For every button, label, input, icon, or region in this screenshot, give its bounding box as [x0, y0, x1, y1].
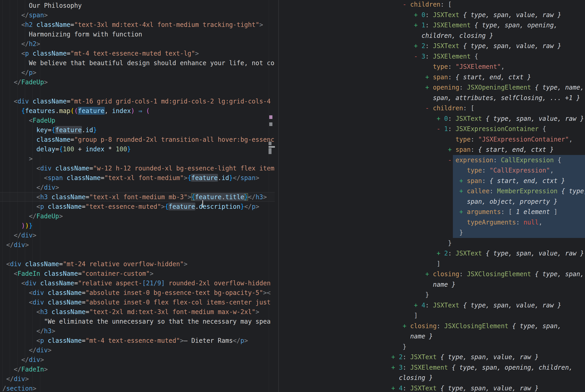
- ast-row[interactable]: + callee: MemberExpression { type,: [391, 186, 585, 196]
- ast-row[interactable]: span, attributes, selfClosing, ... +1 }: [391, 93, 585, 103]
- expand-toggle-icon[interactable]: +: [403, 322, 407, 330]
- expand-toggle-icon[interactable]: +: [459, 177, 463, 184]
- collapse-toggle-icon[interactable]: -: [437, 125, 441, 132]
- expand-toggle-icon[interactable]: +: [391, 364, 395, 371]
- ast-row[interactable]: + arguments: [ 1 element ]: [391, 207, 585, 217]
- code-line[interactable]: >: [0, 154, 275, 164]
- ast-row[interactable]: ]: [391, 310, 585, 321]
- code-line[interactable]: </p>: [0, 68, 275, 77]
- code-line[interactable]: <div className="w-12 h-12 rounded-xl bg-…: [0, 164, 275, 173]
- expand-toggle-icon[interactable]: +: [459, 208, 463, 215]
- code-line[interactable]: </div>: [0, 345, 275, 355]
- code-line[interactable]: We believe that beautiful design should …: [0, 58, 275, 68]
- code-line[interactable]: [0, 250, 275, 259]
- code-line[interactable]: <div className="relative aspect-[21/9] r…: [0, 278, 275, 288]
- expand-toggle-icon[interactable]: +: [391, 353, 395, 360]
- ast-row[interactable]: }: [391, 342, 585, 352]
- ast-row[interactable]: + 0: JSXText { type, span, value, raw }: [391, 114, 585, 124]
- expand-toggle-icon[interactable]: +: [425, 270, 429, 278]
- expand-toggle-icon[interactable]: +: [459, 187, 463, 195]
- ast-row[interactable]: }: [391, 228, 585, 238]
- expand-toggle-icon[interactable]: +: [437, 250, 441, 257]
- code-editor-pane[interactable]: Our Philosophy </span> <h2 className="te…: [0, 0, 275, 392]
- ast-row[interactable]: + 1: JSXElement { type, span, opening,: [391, 20, 585, 30]
- code-line[interactable]: </div>: [0, 182, 275, 192]
- collapse-toggle-icon[interactable]: -: [448, 156, 452, 164]
- ast-row[interactable]: + 2: JSXText { type, span, value, raw }: [391, 248, 585, 259]
- panel-divider-sash[interactable]: [278, 0, 279, 392]
- ast-row[interactable]: + span: { start, end, ctxt }: [391, 72, 585, 82]
- collapse-toggle-icon[interactable]: -: [403, 1, 407, 8]
- ast-row[interactable]: + span: { start, end, ctxt }: [391, 144, 585, 155]
- ast-row[interactable]: closing }: [391, 373, 585, 383]
- expand-toggle-icon[interactable]: +: [414, 42, 418, 50]
- ast-row[interactable]: + opening: JSXOpeningElement { type, nam…: [391, 82, 585, 93]
- code-line[interactable]: className="group p-8 rounded-2xl transit…: [0, 135, 275, 144]
- ast-row[interactable]: }: [391, 290, 585, 300]
- ast-row[interactable]: type: "JSXExpressionContainer",: [391, 134, 585, 145]
- expand-toggle-icon[interactable]: +: [425, 74, 429, 81]
- ast-row[interactable]: + span: { start, end, ctxt }: [391, 176, 585, 186]
- ast-row[interactable]: name }: [391, 280, 585, 290]
- ast-row[interactable]: + 4: JSXText { type, span, value, raw }: [391, 383, 585, 392]
- code-line[interactable]: <p className="text-essence-muted">{featu…: [0, 202, 275, 211]
- ast-tree-pane[interactable]: - children: [ + 0: JSXText { type, span,…: [279, 0, 585, 392]
- ast-row[interactable]: - 3: JSXElement {: [391, 51, 585, 62]
- ast-row[interactable]: + 2: JSXText { type, span, value, raw }: [391, 352, 585, 362]
- code-line[interactable]: Our Philosophy: [0, 1, 275, 10]
- ast-row[interactable]: - children: [: [391, 103, 585, 114]
- code-line[interactable]: </h3>: [0, 326, 275, 336]
- ast-row[interactable]: type: "JSXElement",: [391, 62, 585, 72]
- ast-row[interactable]: - children: [: [391, 0, 585, 10]
- expand-toggle-icon[interactable]: +: [448, 146, 452, 153]
- code-line[interactable]: Harmonizing form with function: [0, 30, 275, 39]
- code-line[interactable]: <FadeIn className="container-custom">: [0, 269, 275, 278]
- ast-row[interactable]: - 1: JSXExpressionContainer {: [391, 124, 585, 134]
- code-line[interactable]: </div>: [0, 355, 275, 364]
- ast-row[interactable]: ]: [391, 259, 585, 269]
- ast-row[interactable]: + 4: JSXText { type, span, value, raw }: [391, 300, 585, 311]
- code-line[interactable]: </FadeUp>: [0, 211, 275, 221]
- code-line[interactable]: </div>: [0, 230, 275, 240]
- code-line[interactable]: <p className="mt-4 text-essence-muted te…: [0, 48, 275, 58]
- code-line[interactable]: <div className="absolute inset-0 flex fl…: [0, 298, 275, 307]
- code-line[interactable]: ))}: [0, 221, 275, 230]
- expand-toggle-icon[interactable]: +: [425, 84, 429, 91]
- code-line[interactable]: "We eliminate the unnecessary so that th…: [0, 316, 275, 326]
- expand-toggle-icon[interactable]: +: [437, 115, 441, 122]
- collapse-toggle-icon[interactable]: -: [414, 53, 418, 60]
- ast-row[interactable]: + closing: JSXClosingElement { type, spa…: [391, 321, 585, 332]
- code-line[interactable]: </h2>: [0, 39, 275, 48]
- code-line[interactable]: </FadeIn>: [0, 364, 275, 374]
- ast-row[interactable]: typeArguments: null,: [391, 217, 585, 228]
- collapse-toggle-icon[interactable]: -: [425, 104, 429, 112]
- code-line[interactable]: {features.map((feature, index) ⇒ (: [0, 106, 275, 116]
- code-line[interactable]: /section>: [0, 384, 275, 392]
- code-line[interactable]: [0, 87, 275, 96]
- code-line[interactable]: <div className="absolute inset-0 bg-esse…: [0, 288, 275, 298]
- code-line[interactable]: <h3 className="text-2xl md:text-3xl font…: [0, 307, 275, 316]
- ast-row[interactable]: + closing: JSXClosingElement { type, spa…: [391, 269, 585, 280]
- ast-row[interactable]: + 3: JSXElement { type, span, opening, c…: [391, 362, 585, 373]
- ast-row[interactable]: + 2: JSXText { type, span, value, raw }: [391, 41, 585, 51]
- code-line[interactable]: <FadeUp: [0, 116, 275, 125]
- code-line[interactable]: </span>: [0, 10, 275, 20]
- ast-row[interactable]: type: "CallExpression",: [391, 165, 585, 176]
- code-line[interactable]: <div className="mt-24 relative overflow-…: [0, 259, 275, 269]
- code-line[interactable]: </div>: [0, 374, 275, 384]
- ast-row[interactable]: children, closing }: [391, 30, 585, 41]
- expand-toggle-icon[interactable]: +: [414, 22, 418, 29]
- expand-toggle-icon[interactable]: +: [414, 11, 418, 18]
- ast-row[interactable]: + 0: JSXText { type, span, value, raw }: [391, 10, 585, 20]
- ast-row[interactable]: - expression: CallExpression {: [391, 155, 585, 166]
- code-line[interactable]: <div className="mt-16 grid grid-cols-1 m…: [0, 96, 275, 106]
- code-line[interactable]: key={feature.id}: [0, 125, 275, 135]
- overview-ruler[interactable]: [269, 0, 279, 392]
- code-line[interactable]: </div>: [0, 240, 275, 250]
- expand-toggle-icon[interactable]: +: [391, 384, 395, 392]
- ast-row[interactable]: name }: [391, 331, 585, 342]
- ast-row[interactable]: }: [391, 238, 585, 248]
- code-line-current[interactable]: <h3 className="text-xl font-medium mb-3"…: [0, 192, 275, 202]
- code-line[interactable]: delay={100 + index * 100}: [0, 144, 275, 154]
- code-line[interactable]: <p className="mt-4 text-essence-muted">—…: [0, 336, 275, 345]
